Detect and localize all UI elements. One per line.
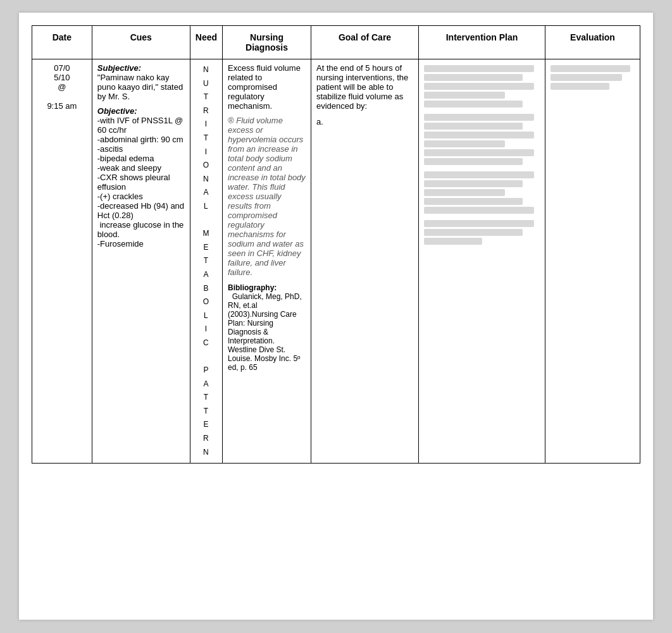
header-intervention-plan: Intervention Plan bbox=[419, 26, 545, 59]
nursing-diagnosis-cell: Excess fluid volume related to compromis… bbox=[223, 59, 311, 464]
nursing-diagnosis-italic: ® Fluid volume excess or hypervolemia oc… bbox=[228, 116, 306, 277]
date-time: 9:15 am bbox=[37, 101, 87, 111]
header-need: Need bbox=[190, 26, 222, 59]
need-cell: N U T R I T I O N A L M E T bbox=[190, 59, 222, 464]
nursing-care-plan-table: Date Cues Need Nursing Diagnosis Goal of… bbox=[32, 25, 640, 464]
objective-items: -with IVF of PNSS1L @ 60 cc/hr -abdomina… bbox=[97, 116, 185, 249]
date-cell: 07/0 5/10 @ 9:15 am bbox=[32, 59, 92, 464]
goal-intro: At the end of 5 hours of nursing interve… bbox=[316, 63, 413, 111]
intervention-group-2 bbox=[424, 114, 540, 165]
intervention-group-4 bbox=[424, 220, 540, 245]
intervention-plan-cell bbox=[419, 59, 545, 464]
subjective-label: Subjective: bbox=[97, 63, 141, 73]
bibliography: Bibliography: Gulanick, Meg, PhD, RN, et… bbox=[228, 283, 306, 372]
table-row: 07/0 5/10 @ 9:15 am Subjective: "Paminaw… bbox=[32, 59, 640, 464]
objective-label: Objective: bbox=[97, 106, 137, 116]
goal-of-care-cell: At the end of 5 hours of nursing interve… bbox=[311, 59, 419, 464]
intervention-group-1 bbox=[424, 65, 540, 108]
header-evaluation: Evaluation bbox=[545, 26, 640, 59]
goal-item-a: a. bbox=[316, 117, 413, 172]
header-cues: Cues bbox=[92, 26, 190, 59]
evaluation-blurred bbox=[551, 65, 635, 90]
intervention-group-3 bbox=[424, 171, 540, 214]
subjective-text: "Paminaw nako kay puno kaayo diri," stat… bbox=[97, 73, 185, 101]
header-date: Date bbox=[32, 26, 92, 59]
page-container: Date Cues Need Nursing Diagnosis Goal of… bbox=[19, 13, 653, 620]
need-vertical: N U T R I T I O N A L M E T bbox=[196, 63, 217, 459]
date-line2: 5/10 bbox=[37, 73, 87, 82]
nursing-diagnosis-main: Excess fluid volume related to compromis… bbox=[228, 63, 306, 111]
header-nursing-diagnosis: Nursing Diagnosis bbox=[223, 26, 311, 59]
header-goal-of-care: Goal of Care bbox=[311, 26, 419, 59]
cues-cell: Subjective: "Paminaw nako kay puno kaayo… bbox=[92, 59, 190, 464]
date-line1: 07/0 bbox=[37, 63, 87, 73]
date-at: @ bbox=[37, 82, 87, 92]
evaluation-cell bbox=[545, 59, 640, 464]
